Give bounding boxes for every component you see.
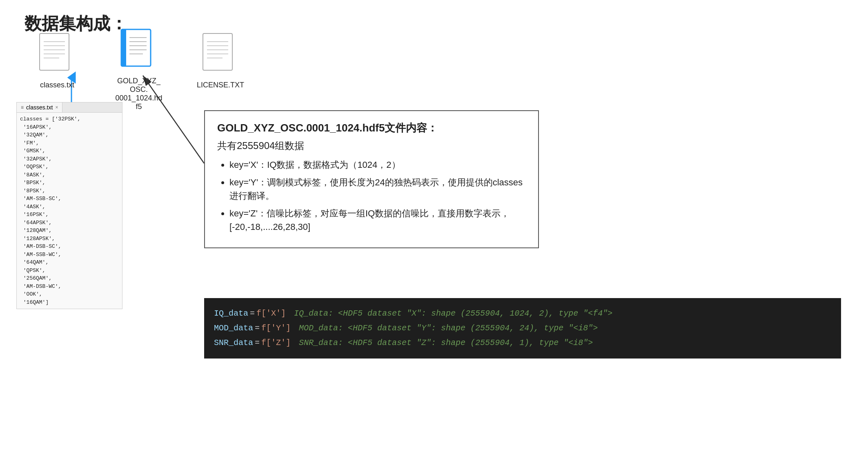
code-line-3: '32QAM', <box>20 131 119 139</box>
file-item-license[interactable]: LICENSE.TXT <box>196 33 245 89</box>
code-key-mod: f['Y'] <box>261 321 291 336</box>
code-line-9: 'BPSK', <box>20 179 119 187</box>
code-var-iq: IQ_data <box>214 306 248 321</box>
code-line-4: 'FM', <box>20 139 119 147</box>
editor-tab-bar: ≡ classes.txt × <box>17 102 122 113</box>
svg-rect-4 <box>40 33 69 70</box>
code-line-11: 'AM-SSB-SC', <box>20 195 119 203</box>
code-block: IQ_data = f['X'] IQ_data: <HDF5 dataset … <box>204 298 841 359</box>
code-comment-mod: MOD_data: <HDF5 dataset "Y": shape (2555… <box>299 321 598 336</box>
code-line-16: '128APSK', <box>20 235 119 243</box>
code-line-snr: SNR_data = f['Z'] SNR_data: <HDF5 datase… <box>214 336 831 350</box>
code-line-17: 'AM-DSB-SC', <box>20 243 119 251</box>
tab-file-icon: ≡ <box>21 105 24 110</box>
file-icon-hdf5 <box>120 29 157 73</box>
code-line-22: 'AM-DSB-WC', <box>20 283 119 291</box>
code-op-iq: = <box>250 306 255 321</box>
code-line-21: '256QAM', <box>20 274 119 283</box>
code-line-14: '64APSK', <box>20 219 119 227</box>
file-label-license: LICENSE.TXT <box>197 81 244 89</box>
tab-close-button[interactable]: × <box>55 105 58 110</box>
file-icon-classes-txt <box>39 33 76 78</box>
tab-label: classes.txt <box>26 104 53 111</box>
code-var-snr: SNR_data <box>214 336 253 350</box>
info-box-title: GOLD_XYZ_OSC.0001_1024.hdf5文件内容： <box>217 121 526 135</box>
code-line-18: 'AM-SSB-WC', <box>20 251 119 259</box>
file-item-classes-txt[interactable]: classes.txt <box>33 33 82 89</box>
code-comment-iq: IQ_data: <HDF5 dataset "X": shape (25559… <box>294 306 612 321</box>
code-line-mod: MOD_data = f['Y'] MOD_data: <HDF5 datase… <box>214 321 831 336</box>
file-item-hdf5[interactable]: GOLD_XYZ_OSC.0001_1024.hdf5 <box>114 29 163 111</box>
info-box-list: key='X'：IQ数据，数据格式为（1024，2） key='Y'：调制模式标… <box>217 158 526 234</box>
code-line-13: '16PSK', <box>20 211 119 219</box>
code-key-iq: f['X'] <box>256 306 286 321</box>
code-line-15: '128QAM', <box>20 227 119 235</box>
editor-content: classes = ['32PSK', '16APSK', '32QAM', '… <box>17 113 122 309</box>
info-box: GOLD_XYZ_OSC.0001_1024.hdf5文件内容： 共有25559… <box>204 110 539 248</box>
code-line-12: '4ASK', <box>20 203 119 211</box>
files-area: classes.txt GOLD_XYZ_OSC.0001_1024.hdf5 <box>33 33 245 111</box>
page-title: 数据集构成： <box>24 12 127 35</box>
file-icon-license <box>202 33 239 78</box>
code-line-iq: IQ_data = f['X'] IQ_data: <HDF5 dataset … <box>214 306 831 321</box>
code-key-snr: f['Z'] <box>261 336 291 350</box>
info-box-item-y: key='Y'：调制模式标签，使用长度为24的独热码表示，使用提供的classe… <box>229 176 526 203</box>
code-op-mod: = <box>255 321 260 336</box>
code-line-5: 'GMSK', <box>20 147 119 155</box>
file-label-classes-txt: classes.txt <box>40 81 74 89</box>
code-line-10: '8PSK', <box>20 187 119 195</box>
code-line-19: '64QAM', <box>20 258 119 267</box>
code-line-6: '32APSK', <box>20 155 119 163</box>
svg-rect-17 <box>203 33 232 70</box>
code-line-1: classes = ['32PSK', <box>20 115 119 123</box>
code-line-23: 'OOK', <box>20 290 119 298</box>
code-line-24: '16QAM'] <box>20 298 119 307</box>
code-op-snr: = <box>255 336 260 350</box>
code-line-7: 'OQPSK', <box>20 163 119 171</box>
info-box-item-z: key='Z'：信噪比标签，对应每一组IQ数据的信噪比，直接用数字表示，[-20… <box>229 207 526 234</box>
code-line-2: '16APSK', <box>20 123 119 131</box>
info-box-subtitle: 共有2555904组数据 <box>217 139 526 152</box>
code-line-8: '8ASK', <box>20 171 119 179</box>
editor-panel: ≡ classes.txt × classes = ['32PSK', '16A… <box>16 102 122 309</box>
editor-tab[interactable]: ≡ classes.txt × <box>17 102 62 112</box>
code-line-20: 'QPSK', <box>20 267 119 275</box>
code-comment-snr: SNR_data: <HDF5 dataset "Z": shape (2555… <box>299 336 593 350</box>
code-var-mod: MOD_data <box>214 321 253 336</box>
svg-rect-11 <box>121 29 126 66</box>
info-box-item-x: key='X'：IQ数据，数据格式为（1024，2） <box>229 158 526 171</box>
